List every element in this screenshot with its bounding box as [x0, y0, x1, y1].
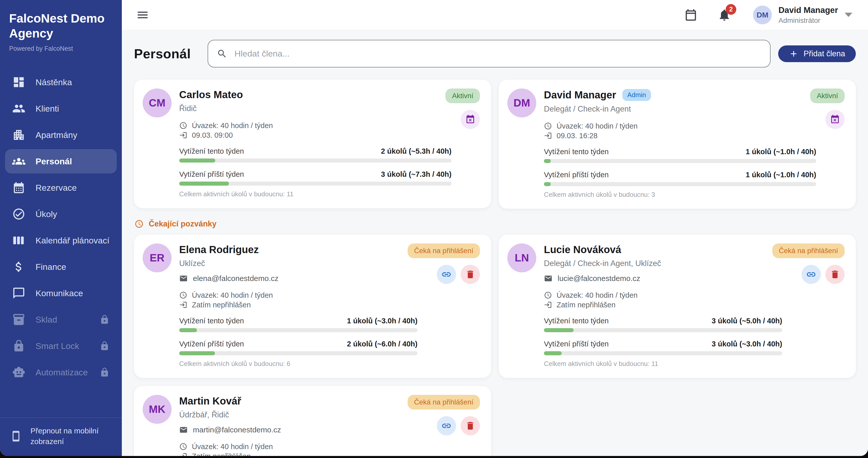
last-login-row: Zatím nepřihlášen — [179, 451, 417, 456]
avatar: ER — [143, 243, 172, 272]
availability-button[interactable] — [825, 110, 845, 129]
utilization-value: 2 úkolů (~5.3h / 40h) — [381, 147, 452, 156]
utilization-value: 3 úkolů (~3.0h / 40h) — [712, 340, 782, 348]
progress-track — [544, 328, 782, 332]
sidebar-item-kalend-pl-novac-[interactable]: Kalendář plánovací — [5, 228, 117, 253]
utilization-label: Vytížení tento týden — [179, 147, 244, 156]
total-active-tasks: Celkem aktivních úkolů v budoucnu: 6 — [179, 360, 417, 368]
event-busy-icon — [830, 115, 840, 125]
utilization-next_week: Vytížení příští týden1 úkolů (~1.0h / 40… — [544, 171, 816, 186]
progress-track — [544, 159, 816, 163]
pending-invites-label: Čekající pozvánky — [149, 219, 216, 228]
utilization-value: 3 úkolů (~7.3h / 40h) — [381, 170, 452, 178]
utilization-this_week: Vytížení tento týden3 úkolů (~5.0h / 40h… — [544, 317, 782, 332]
member-card-top: CMCarlos MateoŘidičÚvazek: 40 hodin / tý… — [143, 89, 480, 198]
copy-invite-link-button[interactable] — [802, 265, 821, 284]
status-badge: Čeká na přihlášení — [408, 243, 480, 258]
last-login: Zatím nepřihlášen — [192, 300, 251, 309]
sidebar-item-smart-lock[interactable]: Smart Lock — [5, 334, 117, 358]
agency-title: FalcoNest Demo Agency — [9, 11, 113, 41]
login-icon — [544, 301, 552, 309]
clock-icon — [544, 122, 552, 130]
sidebar-item-rezervace[interactable]: Rezervace — [5, 175, 117, 200]
sidebar-item-label: Nástěnka — [35, 77, 72, 87]
sidebar-item-klienti[interactable]: Klienti — [5, 96, 117, 121]
mail-icon — [179, 426, 188, 434]
event-busy-icon — [465, 115, 475, 125]
avatar: CM — [143, 89, 172, 118]
member-role: Uklízeč — [179, 259, 417, 268]
copy-invite-link-button[interactable] — [437, 416, 456, 435]
view-week-icon — [12, 234, 25, 247]
search-box — [208, 40, 771, 67]
chevron-down-icon[interactable] — [845, 13, 852, 17]
availability-button[interactable] — [461, 110, 480, 129]
mobile-view-toggle[interactable]: Přepnout na mobilní zobrazení — [0, 418, 122, 456]
clock-icon — [544, 291, 552, 299]
trash-icon — [830, 269, 840, 280]
pending-clock-icon — [134, 219, 144, 228]
sidebar-item-n-st-nka[interactable]: Nástěnka — [5, 70, 117, 94]
calendar-icon — [12, 181, 25, 194]
user-text: David Manager Administrátor — [778, 5, 838, 25]
avatar: LN — [507, 243, 536, 272]
dollar-icon — [12, 260, 25, 273]
member-name: Lucie Nováková — [544, 244, 621, 255]
sidebar-item-sklad[interactable]: Sklad — [5, 307, 117, 332]
login-icon — [179, 452, 187, 456]
page-header: Personál Přidat člena — [134, 40, 856, 67]
notifications-button[interactable]: 2 — [717, 8, 731, 22]
search-input[interactable] — [235, 49, 762, 59]
contract-hours: Úvazek: 40 hodin / týden — [557, 121, 638, 131]
utilization-head: Vytížení příští týden3 úkolů (~7.3h / 40… — [179, 170, 452, 178]
page-title: Personál — [134, 46, 191, 61]
utilization-head: Vytížení tento týden1 úkolů (~3.0h / 40h… — [179, 317, 417, 325]
member-meta: Úvazek: 40 hodin / týdenZatím nepřihláše… — [179, 442, 417, 456]
member-card-actions: Aktivní — [810, 89, 845, 129]
sidebar-item-finance[interactable]: Finance — [5, 255, 117, 279]
delete-member-button[interactable] — [461, 416, 480, 435]
admin-badge: Admin — [622, 89, 651, 101]
sidebar-item-person-l[interactable]: Personál — [5, 149, 117, 173]
user-menu[interactable]: DM David Manager Administrátor — [753, 5, 852, 25]
utilization-label: Vytížení tento týden — [544, 148, 609, 156]
delete-member-button[interactable] — [461, 265, 480, 284]
member-name: David Manager — [544, 89, 616, 101]
utilization-this_week: Vytížení tento týden1 úkolů (~3.0h / 40h… — [179, 317, 417, 332]
sidebar-item-label: Kalendář plánovací — [35, 236, 110, 246]
contract-hours-row: Úvazek: 40 hodin / týden — [544, 290, 782, 300]
member-name: Elena Rodriguez — [179, 244, 259, 255]
member-email: martin@falconestdemo.cz — [193, 426, 281, 434]
add-member-button[interactable]: Přidat člena — [778, 45, 856, 62]
member-role: Delegát / Check-in Agent — [544, 104, 816, 113]
delete-member-button[interactable] — [825, 265, 845, 284]
member-card: DMDavid ManagerAdminDelegát / Check-in A… — [499, 79, 856, 209]
utilization-value: 3 úkolů (~5.0h / 40h) — [712, 317, 782, 325]
utilization-value: 1 úkolů (~3.0h / 40h) — [347, 317, 417, 325]
topbar-right: 2 DM David Manager Administrátor — [684, 5, 852, 25]
sidebar-item-label: Komunikace — [35, 288, 83, 298]
apartment-icon — [12, 128, 25, 141]
dashboard-icon — [12, 75, 25, 89]
member-card: ERElena RodriguezUklízečelena@falconestd… — [134, 235, 491, 378]
utilization-value: 1 úkolů (~1.0h / 40h) — [746, 171, 816, 179]
sidebar-item-automatizace[interactable]: Automatizace — [5, 360, 117, 385]
add-member-label: Přidat člena — [804, 49, 845, 58]
member-name-row: Lucie Nováková — [544, 244, 782, 255]
member-info: David ManagerAdminDelegát / Check-in Age… — [544, 89, 845, 199]
calendar-icon[interactable] — [684, 8, 698, 22]
sidebar-item-apartm-ny[interactable]: Apartmány — [5, 123, 117, 147]
task-check-icon — [12, 207, 25, 221]
contract-hours-row: Úvazek: 40 hodin / týden — [179, 121, 452, 130]
people-icon — [12, 102, 25, 115]
menu-icon[interactable] — [136, 8, 149, 22]
sidebar-item-komunikace[interactable]: Komunikace — [5, 281, 117, 305]
main-area: 2 DM David Manager Administrátor Personá… — [122, 0, 868, 456]
member-name-row: Martin Kovář — [179, 395, 417, 407]
copy-invite-link-button[interactable] — [437, 265, 456, 284]
sidebar-item--koly[interactable]: Úkoly — [5, 202, 117, 226]
chat-icon — [12, 287, 25, 300]
progress-fill — [179, 328, 197, 332]
user-name: David Manager — [778, 5, 838, 15]
sidebar: FalcoNest Demo Agency Powered by FalcoNe… — [0, 0, 122, 456]
